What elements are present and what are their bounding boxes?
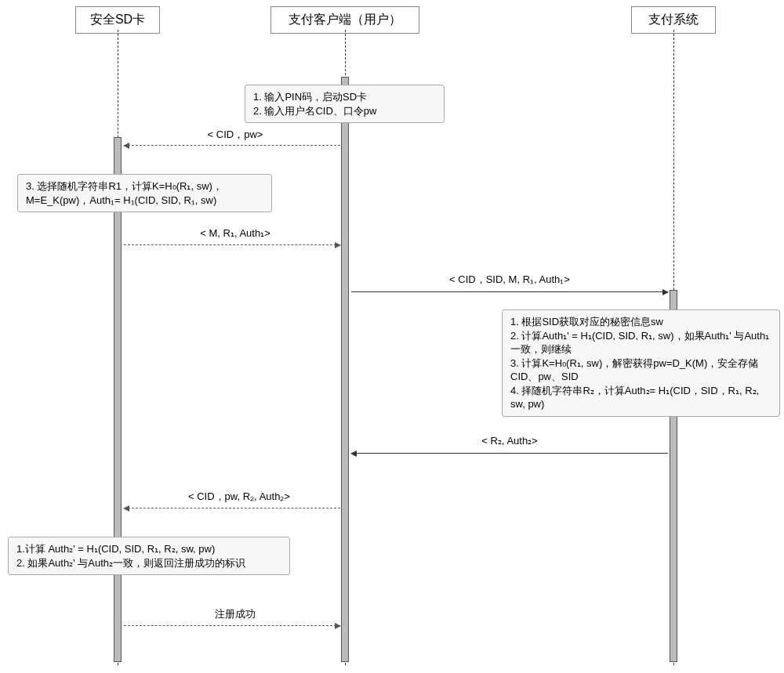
arrow-5 [124, 508, 340, 508]
msg-label-6: 注册成功 [196, 607, 274, 621]
note-server: 1. 根据SID获取对应的秘密信息sw 2. 计算Auth₁' = H₁(CID… [502, 309, 780, 417]
msg-label-1: < CID，pw> [165, 128, 306, 142]
text: 1.计算 Auth₂' = H₁(CID, SID, R₁, R₂, sw, p… [16, 543, 245, 569]
arrow-6 [124, 625, 340, 626]
msg-label-2: < M, R₁, Auth₁> [180, 227, 290, 239]
text: 3. 选择随机字符串R1，计算K=H₀(R₁, sw)， M=E_K(pw)，A… [26, 180, 223, 206]
arrow-2 [124, 244, 340, 245]
msg-label-5: < CID，pw, R₂, Auth₂> [172, 490, 306, 504]
text: 1. 根据SID获取对应的秘密信息sw 2. 计算Auth₁' = H₁(CID… [510, 316, 769, 410]
arrow-4 [351, 453, 668, 454]
note-step1: 1. 输入PIN码，启动SD卡 2. 输入用户名CID、口令pw [245, 85, 445, 123]
activation-client [341, 77, 349, 662]
arrow-1 [124, 145, 340, 146]
arrow-3 [351, 291, 668, 292]
note-verify: 1.计算 Auth₂' = H₁(CID, SID, R₁, R₂, sw, p… [8, 537, 290, 575]
msg-label-3: < CID，SID, M, R₁, Auth₁> [392, 273, 627, 287]
note-step3: 3. 选择随机字符串R1，计算K=H₀(R₁, sw)， M=E_K(pw)，A… [17, 174, 272, 212]
msg-label-4: < R₂, Auth₂> [439, 435, 580, 447]
activation-sd [114, 137, 122, 662]
text: 1. 输入PIN码，启动SD卡 2. 输入用户名CID、口令pw [253, 91, 376, 117]
